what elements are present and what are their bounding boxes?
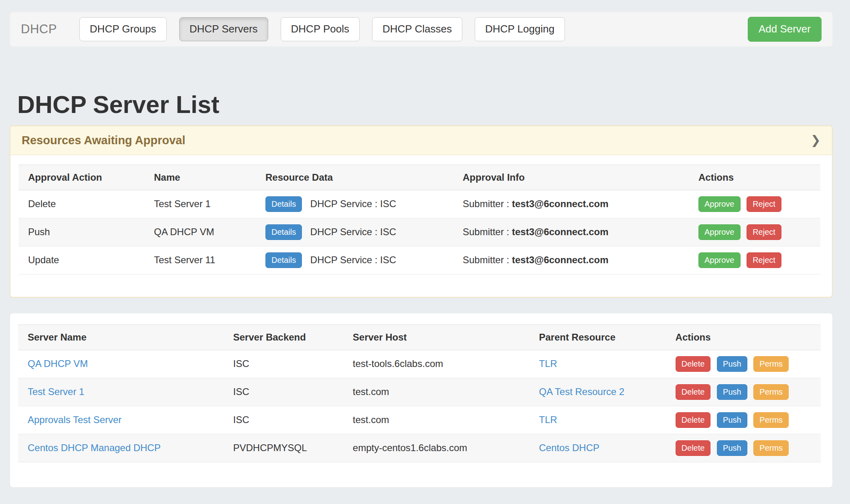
approval-panel-heading: Resources Awaiting Approval ❯ (10, 126, 832, 155)
resource-data-cell: Details DHCP Service : ISC (256, 246, 453, 274)
col-server-actions: Actions (666, 325, 821, 350)
submitter-label: Submitter : (463, 198, 509, 209)
delete-button[interactable]: Delete (676, 412, 711, 428)
delete-button[interactable]: Delete (676, 440, 711, 456)
server-host-cell: test.com (343, 406, 529, 434)
submitter-email: test3@6connect.com (512, 226, 609, 237)
navbar-tab[interactable]: DHCP Groups (79, 17, 167, 41)
navbar-tab[interactable]: DHCP Logging (475, 17, 565, 41)
server-name-cell: Test Server 1 (18, 378, 224, 406)
server-host-cell: test-tools.6clabs.com (343, 350, 529, 378)
push-button[interactable]: Push (717, 440, 747, 456)
server-table-row: Centos DHCP Managed DHCP PVDHCPMYSQL emp… (18, 434, 821, 462)
parent-resource-cell: Centos DHCP (529, 434, 666, 462)
col-server-name: Server Name (18, 325, 224, 350)
details-button[interactable]: Details (265, 224, 302, 240)
server-name-link[interactable]: Test Server 1 (28, 386, 84, 397)
server-name-link[interactable]: Approvals Test Server (28, 414, 121, 425)
approval-info-cell: Submitter : test3@6connect.com (453, 218, 689, 246)
server-name-link[interactable]: Centos DHCP Managed DHCP (28, 442, 161, 453)
navbar-brand: DHCP (21, 22, 57, 36)
resource-data-text: DHCP Service : ISC (310, 254, 396, 265)
approval-actions-cell: Approve Reject (689, 190, 820, 218)
reject-button[interactable]: Reject (747, 224, 781, 240)
approval-actions-cell: Approve Reject (689, 218, 820, 246)
col-resource-data: Resource Data (256, 165, 453, 190)
approval-panel: Resources Awaiting Approval ❯ Approval A… (10, 125, 833, 298)
col-server-backend: Server Backend (224, 325, 343, 350)
col-name: Name (144, 165, 256, 190)
server-name-cell: Centos DHCP Managed DHCP (18, 434, 224, 462)
delete-button[interactable]: Delete (676, 356, 711, 372)
navbar-tab[interactable]: DHCP Servers (179, 17, 268, 41)
push-button[interactable]: Push (717, 412, 747, 428)
parent-resource-link[interactable]: TLR (539, 358, 557, 369)
server-table-row: Test Server 1 ISC test.com QA Test Resou… (18, 378, 821, 406)
approval-table-row: Delete Test Server 1 Details DHCP Servic… (18, 190, 820, 218)
details-button[interactable]: Details (265, 196, 302, 212)
server-name-cell: Approvals Test Server (18, 406, 224, 434)
perms-button[interactable]: Perms (753, 412, 789, 428)
approval-info-cell: Submitter : test3@6connect.com (453, 190, 689, 218)
approval-info-cell: Submitter : test3@6connect.com (453, 246, 689, 274)
approve-button[interactable]: Approve (698, 252, 741, 268)
delete-button[interactable]: Delete (676, 384, 711, 400)
approval-actions-cell: Approve Reject (689, 246, 820, 274)
resource-data-text: DHCP Service : ISC (310, 198, 396, 209)
resource-data-text: DHCP Service : ISC (310, 226, 396, 237)
server-actions-cell: Delete Push Perms (666, 378, 821, 406)
approval-panel-body: Approval Action Name Resource Data Appro… (10, 155, 832, 274)
perms-button[interactable]: Perms (753, 384, 789, 400)
approval-name-cell: QA DHCP VM (144, 218, 256, 246)
parent-resource-link[interactable]: QA Test Resource 2 (539, 386, 624, 397)
approval-action-cell: Update (18, 246, 144, 274)
approve-button[interactable]: Approve (698, 224, 741, 240)
reject-button[interactable]: Reject (747, 196, 781, 212)
server-backend-cell: ISC (224, 406, 343, 434)
dhcp-page: DHCP DHCP Groups DHCP Servers DHCP Pools… (10, 12, 833, 488)
submitter-email: test3@6connect.com (512, 198, 609, 209)
server-backend-cell: PVDHCPMYSQL (224, 434, 343, 462)
server-table-row: QA DHCP VM ISC test-tools.6clabs.com TLR… (18, 350, 821, 378)
push-button[interactable]: Push (717, 356, 747, 372)
approval-name-cell: Test Server 1 (144, 190, 256, 218)
parent-resource-cell: QA Test Resource 2 (529, 378, 666, 406)
col-actions: Actions (689, 165, 820, 190)
submitter-label: Submitter : (463, 226, 509, 237)
submitter-label: Submitter : (463, 254, 509, 265)
approval-action-cell: Push (18, 218, 144, 246)
server-name-link[interactable]: QA DHCP VM (28, 358, 88, 369)
push-button[interactable]: Push (717, 384, 747, 400)
server-list-panel: Server Name Server Backend Server Host P… (10, 313, 833, 488)
col-approval-info: Approval Info (453, 165, 689, 190)
approval-panel-title: Resources Awaiting Approval (22, 134, 185, 147)
approval-table-row: Update Test Server 11 Details DHCP Servi… (18, 246, 820, 274)
approval-table-row: Push QA DHCP VM Details DHCP Service : I… (18, 218, 820, 246)
perms-button[interactable]: Perms (753, 356, 789, 372)
server-backend-cell: ISC (224, 350, 343, 378)
server-host-cell: empty-centos1.6clabs.com (343, 434, 529, 462)
parent-resource-link[interactable]: Centos DHCP (539, 442, 599, 453)
server-name-cell: QA DHCP VM (18, 350, 224, 378)
details-button[interactable]: Details (265, 252, 302, 268)
parent-resource-link[interactable]: TLR (539, 414, 557, 425)
server-actions-cell: Delete Push Perms (666, 350, 821, 378)
approval-action-cell: Delete (18, 190, 144, 218)
reject-button[interactable]: Reject (747, 252, 781, 268)
parent-resource-cell: TLR (529, 406, 666, 434)
approval-table: Approval Action Name Resource Data Appro… (18, 165, 820, 274)
navbar-tab[interactable]: DHCP Pools (281, 17, 360, 41)
server-host-cell: test.com (343, 378, 529, 406)
col-server-host: Server Host (343, 325, 529, 350)
server-table-row: Approvals Test Server ISC test.com TLR D… (18, 406, 821, 434)
server-table-header-row: Server Name Server Backend Server Host P… (18, 325, 821, 350)
add-server-button[interactable]: Add Server (748, 17, 822, 41)
dhcp-navbar: DHCP DHCP Groups DHCP Servers DHCP Pools… (10, 12, 833, 47)
perms-button[interactable]: Perms (753, 440, 789, 456)
approve-button[interactable]: Approve (698, 196, 741, 212)
chevron-right-icon[interactable]: ❯ (811, 134, 821, 146)
approval-name-cell: Test Server 11 (144, 246, 256, 274)
navbar-tab[interactable]: DHCP Classes (372, 17, 462, 41)
parent-resource-cell: TLR (529, 350, 666, 378)
col-approval-action: Approval Action (18, 165, 144, 190)
